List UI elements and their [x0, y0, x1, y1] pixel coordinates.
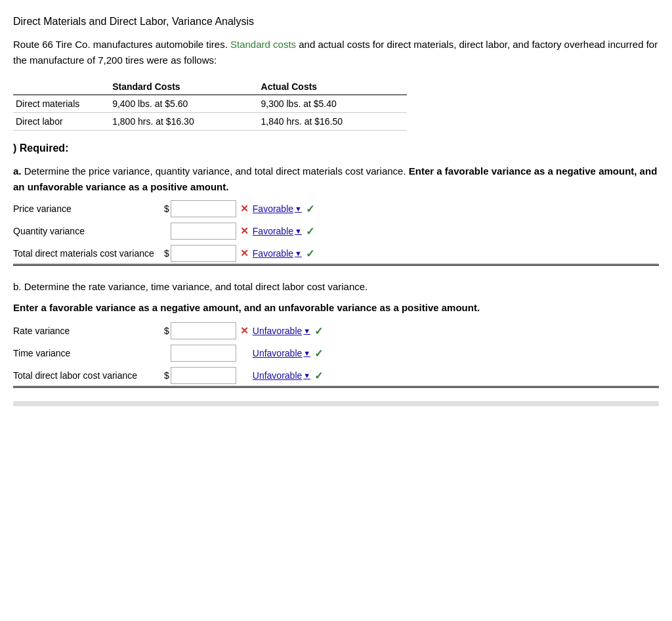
required-paren: ): [13, 142, 20, 154]
section-b: b. Determine the rate variance, time var…: [13, 279, 659, 388]
quantity-variance-row: Quantity variance $ ✕ Favorable ▼ ✓: [13, 223, 659, 240]
intro-text-part1: Route 66 Tire Co. manufactures automobil…: [13, 39, 228, 50]
row-actual-direct-materials: 9,300 lbs. at $5.40: [259, 95, 407, 113]
total-labor-variance-row: Total direct labor cost variance $ ✕ Unf…: [13, 367, 659, 388]
section-a-description: a. Determine the price variance, quantit…: [13, 163, 659, 195]
rate-variance-dropdown[interactable]: Unfavorable ▼: [253, 326, 310, 336]
rate-variance-input[interactable]: [171, 322, 236, 339]
total-materials-variance-dropdown[interactable]: Favorable ▼: [253, 248, 302, 259]
price-variance-check: ✓: [306, 203, 314, 215]
row-actual-direct-labor: 1,840 hrs. at $16.50: [259, 113, 407, 131]
row-standard-direct-labor: 1,800 hrs. at $16.30: [110, 113, 258, 131]
section-a: a. Determine the price variance, quantit…: [13, 163, 659, 266]
bottom-bar: [13, 401, 659, 406]
table-row: Direct labor 1,800 hrs. at $16.30 1,840 …: [13, 113, 407, 131]
chevron-down-icon: ▼: [295, 205, 302, 213]
time-variance-label: Time variance: [13, 348, 164, 358]
total-materials-variance-input[interactable]: [171, 245, 236, 262]
costs-table: Standard Costs Actual Costs Direct mater…: [13, 79, 407, 131]
total-labor-check: ✓: [314, 370, 323, 382]
quantity-variance-label: Quantity variance: [13, 226, 164, 236]
quantity-variance-clear[interactable]: ✕: [240, 225, 249, 237]
section-a-letter: a.: [13, 165, 22, 177]
total-labor-dollar: $: [164, 370, 169, 381]
section-b-text: Determine the rate variance, time varian…: [24, 281, 368, 292]
chevron-down-icon: ▼: [303, 349, 310, 357]
quantity-variance-input[interactable]: [171, 223, 236, 240]
total-materials-check: ✓: [306, 247, 314, 260]
col-header-actual: Actual Costs: [259, 79, 407, 95]
col-header-standard: Standard Costs: [110, 79, 258, 95]
time-variance-dropdown[interactable]: Unfavorable ▼: [253, 348, 310, 358]
required-heading: ) Required:: [13, 142, 659, 154]
quantity-variance-dropdown[interactable]: Favorable ▼: [253, 226, 302, 236]
time-variance-input[interactable]: [171, 345, 236, 362]
time-variance-row: Time variance $ ✕ Unfavorable ▼ ✓: [13, 345, 659, 362]
total-materials-variance-row: Total direct materials cost variance $ ✕…: [13, 245, 659, 266]
price-variance-clear[interactable]: ✕: [240, 203, 249, 215]
chevron-down-icon: ▼: [295, 227, 302, 235]
row-label-direct-materials: Direct materials: [13, 95, 110, 113]
section-a-text: Determine the price variance, quantity v…: [24, 165, 409, 177]
price-variance-dollar: $: [164, 203, 169, 214]
time-variance-check: ✓: [314, 347, 323, 360]
page-title: Direct Materials and Direct Labor, Varia…: [13, 16, 659, 28]
price-variance-dropdown[interactable]: Favorable ▼: [253, 203, 302, 214]
price-variance-input[interactable]: [171, 200, 236, 217]
chevron-down-icon: ▼: [303, 372, 310, 379]
section-b-instruction: Enter a favorable variance as a negative…: [13, 300, 659, 316]
rate-variance-label: Rate variance: [13, 326, 164, 336]
quantity-variance-check: ✓: [306, 225, 314, 238]
row-standard-direct-materials: 9,400 lbs. at $5.60: [110, 95, 258, 113]
rate-variance-check: ✓: [314, 325, 323, 337]
section-b-description: b. Determine the rate variance, time var…: [13, 279, 659, 295]
col-header-empty: [13, 79, 110, 95]
rate-variance-dollar: $: [164, 326, 169, 336]
table-row: Direct materials 9,400 lbs. at $5.60 9,3…: [13, 95, 407, 113]
section-b-letter: b.: [13, 281, 22, 292]
total-materials-variance-label: Total direct materials cost variance: [13, 248, 164, 259]
chevron-down-icon: ▼: [303, 327, 310, 335]
rate-variance-clear[interactable]: ✕: [240, 325, 249, 337]
price-variance-row: Price variance $ ✕ Favorable ▼ ✓: [13, 200, 659, 217]
row-label-direct-labor: Direct labor: [13, 113, 110, 131]
intro-text: Route 66 Tire Co. manufactures automobil…: [13, 37, 659, 68]
chevron-down-icon: ▼: [295, 249, 302, 257]
total-labor-variance-dropdown[interactable]: Unfavorable ▼: [253, 370, 310, 381]
rate-variance-row: Rate variance $ ✕ Unfavorable ▼ ✓: [13, 322, 659, 339]
total-materials-dollar: $: [164, 248, 169, 259]
total-materials-clear[interactable]: ✕: [240, 247, 249, 259]
total-labor-variance-label: Total direct labor cost variance: [13, 370, 164, 381]
price-variance-label: Price variance: [13, 203, 164, 214]
total-labor-variance-input[interactable]: [171, 367, 236, 384]
standard-costs-link[interactable]: Standard costs: [230, 39, 296, 50]
